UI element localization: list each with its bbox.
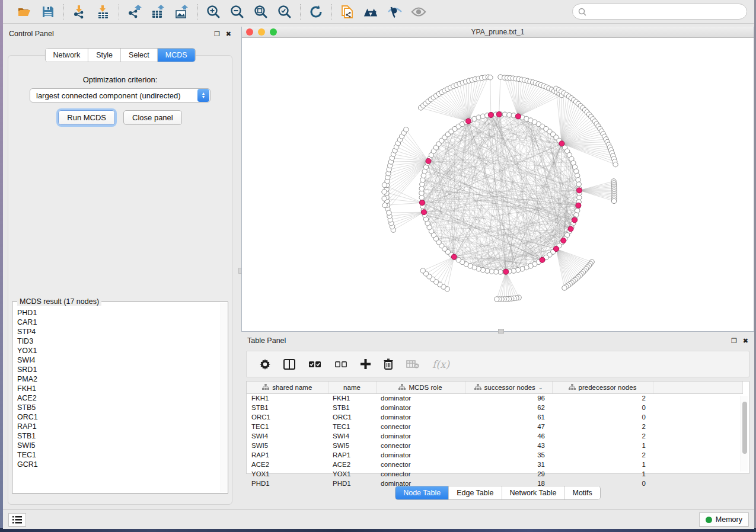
mcds-result-item[interactable]: STB1 — [17, 431, 228, 441]
close-window-icon[interactable] — [246, 28, 253, 36]
table-row[interactable]: SWI5SWI5connector431 — [247, 441, 742, 450]
network-leaf-node[interactable] — [420, 268, 425, 273]
mcds-result-list[interactable]: PHD1CAR1STP4TID3YOX1SWI4SRD1PMA2FKH1ACE2… — [12, 302, 228, 469]
export-image-icon[interactable] — [174, 4, 190, 20]
mcds-hub-node[interactable] — [496, 112, 502, 117]
mcds-result-item[interactable]: PMA2 — [17, 374, 228, 384]
optimization-criterion-select[interactable]: largest connected component (undirected)… — [30, 88, 210, 102]
mcds-result-item[interactable]: ACE2 — [17, 393, 228, 403]
network-leaf-node[interactable] — [404, 127, 409, 132]
hide-selected-icon[interactable] — [387, 4, 403, 20]
network-leaf-node[interactable] — [562, 286, 567, 290]
column-header-successor-nodes[interactable]: successor nodes⌄ — [465, 382, 552, 393]
network-overview-icon[interactable] — [363, 4, 379, 20]
select-all-icon[interactable] — [308, 360, 321, 368]
task-history-button[interactable] — [8, 513, 26, 527]
column-header-predecessor-nodes[interactable]: predecessor nodes — [552, 382, 653, 393]
network-leaf-node[interactable] — [387, 210, 391, 215]
table-row[interactable]: ORC1ORC1dominator610 — [247, 412, 742, 422]
table-row[interactable]: ACE2ACE2connector311 — [247, 460, 742, 469]
mcds-result-item[interactable]: CAR1 — [17, 318, 228, 327]
column-header-shared-name[interactable]: shared name — [247, 382, 328, 393]
duplicate-network-icon[interactable] — [340, 4, 355, 20]
mcds-result-item[interactable]: SWI4 — [17, 355, 228, 365]
maximize-window-icon[interactable] — [270, 28, 277, 36]
mcds-result-item[interactable]: STB5 — [17, 403, 228, 412]
column-header-empty[interactable] — [653, 382, 742, 393]
deselect-all-icon[interactable] — [334, 360, 347, 368]
close-panel-icon[interactable]: ✖ — [226, 31, 231, 37]
table-settings-icon[interactable] — [260, 359, 270, 370]
table-row[interactable]: SWI4SWI4dominator462 — [247, 431, 742, 441]
float-panel-icon[interactable]: ❐ — [214, 31, 220, 37]
table-row[interactable]: TEC1TEC1connector472 — [247, 422, 742, 431]
refresh-icon[interactable] — [308, 4, 324, 20]
mcds-result-item[interactable]: ORC1 — [17, 412, 228, 422]
table-row[interactable]: YOX1YOX1connector291 — [247, 469, 742, 479]
delete-table-icon[interactable] — [406, 360, 419, 368]
add-column-icon[interactable] — [361, 359, 371, 369]
network-graph[interactable] — [242, 38, 754, 331]
network-leaf-node[interactable] — [382, 190, 387, 194]
network-leaf-node[interactable] — [382, 196, 387, 201]
table-row[interactable]: STB1STB1dominator620 — [247, 403, 742, 412]
network-leaf-node[interactable] — [495, 297, 499, 302]
memory-button[interactable]: Memory — [699, 512, 749, 527]
horizontal-splitter-handle[interactable] — [498, 329, 504, 334]
mcds-result-item[interactable]: FKH1 — [17, 384, 228, 393]
save-session-icon[interactable] — [40, 4, 56, 20]
table-scrollbar[interactable] — [741, 396, 748, 472]
search-field[interactable] — [572, 4, 747, 20]
mcds-result-item[interactable]: TID3 — [17, 336, 228, 346]
tab-style[interactable]: Style — [88, 49, 120, 62]
minimize-window-icon[interactable] — [258, 28, 265, 36]
mcds-result-item[interactable]: YOX1 — [17, 346, 228, 355]
mcds-hub-node[interactable] — [572, 217, 577, 223]
import-network-icon[interactable] — [72, 4, 87, 20]
mcds-result-item[interactable]: TEC1 — [17, 450, 228, 460]
mcds-hub-node[interactable] — [576, 188, 582, 193]
show-all-icon[interactable] — [411, 4, 426, 20]
mcds-hub-node[interactable] — [465, 118, 471, 124]
table-row[interactable]: FKH1FKH1dominator962 — [247, 393, 742, 403]
mcds-hub-node[interactable] — [426, 158, 431, 164]
zoom-in-icon[interactable] — [206, 4, 221, 20]
tab-edge-table[interactable]: Edge Table — [448, 486, 501, 499]
mcds-hub-node[interactable] — [419, 200, 425, 206]
zoom-selected-icon[interactable] — [277, 4, 292, 20]
export-network-icon[interactable] — [127, 4, 142, 20]
mcds-result-item[interactable]: GCR1 — [17, 460, 228, 469]
delete-column-icon[interactable] — [384, 358, 393, 370]
result-scrollbar[interactable] — [221, 303, 227, 492]
tab-network-table[interactable]: Network Table — [502, 486, 564, 499]
mcds-result-item[interactable]: RAP1 — [17, 422, 228, 431]
mcds-result-item[interactable]: SWI5 — [17, 441, 228, 450]
table-scrollbar-thumb[interactable] — [742, 402, 747, 454]
mcds-hub-node[interactable] — [559, 141, 564, 146]
mcds-hub-node[interactable] — [540, 257, 545, 262]
mcds-result-item[interactable]: STP4 — [17, 327, 228, 336]
export-table-icon[interactable] — [151, 4, 166, 20]
show-columns-icon[interactable] — [283, 359, 295, 370]
tab-motifs[interactable]: Motifs — [564, 486, 599, 499]
mcds-hub-node[interactable] — [576, 203, 581, 208]
network-leaf-node[interactable] — [382, 203, 387, 207]
network-window-titlebar[interactable]: YPA_prune.txt_1 — [242, 27, 754, 38]
close-panel-icon[interactable]: ✖ — [743, 338, 748, 344]
zoom-fit-icon[interactable] — [253, 4, 269, 20]
tab-mcds[interactable]: MCDS — [157, 49, 195, 62]
mcds-hub-node[interactable] — [568, 226, 573, 232]
function-builder-icon[interactable]: f(x) — [432, 358, 449, 370]
import-table-icon[interactable] — [95, 4, 111, 20]
column-header-MCDS-role[interactable]: MCDS role — [376, 382, 465, 393]
network-leaf-node[interactable] — [613, 162, 618, 166]
mcds-result-item[interactable]: SRD1 — [17, 365, 228, 374]
network-canvas[interactable] — [242, 38, 754, 331]
tab-node-table[interactable]: Node Table — [395, 486, 448, 499]
zoom-out-icon[interactable] — [229, 4, 245, 20]
network-leaf-node[interactable] — [382, 182, 387, 187]
mcds-hub-node[interactable] — [488, 112, 493, 117]
mcds-hub-node[interactable] — [503, 269, 509, 274]
column-header-name[interactable]: name — [328, 382, 376, 393]
search-input[interactable] — [589, 4, 747, 19]
